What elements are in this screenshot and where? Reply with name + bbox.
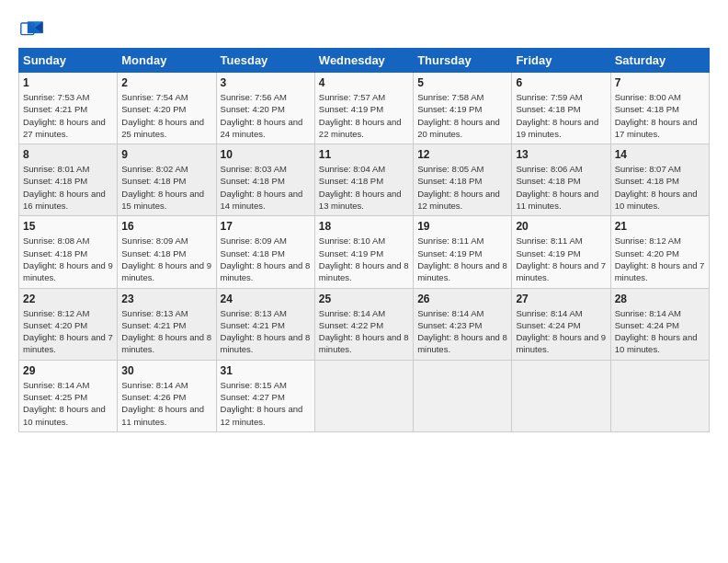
calendar-cell: 11 Sunrise: 8:04 AMSunset: 4:18 PMDaylig… (314, 144, 413, 216)
day-number: 19 (417, 220, 507, 233)
day-number: 11 (319, 148, 409, 161)
day-info: Sunrise: 8:14 AMSunset: 4:24 PMDaylight:… (516, 308, 606, 355)
calendar-cell: 22 Sunrise: 8:12 AMSunset: 4:20 PMDaylig… (19, 288, 118, 360)
day-info: Sunrise: 8:05 AMSunset: 4:18 PMDaylight:… (417, 164, 500, 211)
calendar: SundayMondayTuesdayWednesdayThursdayFrid… (18, 48, 710, 432)
day-info: Sunrise: 8:11 AMSunset: 4:19 PMDaylight:… (417, 236, 507, 282)
calendar-cell (610, 360, 709, 431)
day-info: Sunrise: 8:14 AMSunset: 4:26 PMDaylight:… (121, 380, 204, 427)
day-header-saturday: Saturday (610, 49, 709, 73)
day-header-thursday: Thursday (414, 49, 512, 73)
day-info: Sunrise: 8:14 AMSunset: 4:25 PMDaylight:… (23, 380, 106, 427)
day-number: 10 (221, 148, 311, 161)
day-number: 31 (221, 364, 311, 377)
calendar-cell: 27 Sunrise: 8:14 AMSunset: 4:24 PMDaylig… (512, 288, 610, 360)
day-number: 23 (121, 293, 211, 305)
day-number: 30 (121, 364, 211, 377)
calendar-cell: 18 Sunrise: 8:10 AMSunset: 4:19 PMDaylig… (314, 216, 413, 288)
calendar-cell: 20 Sunrise: 8:11 AMSunset: 4:19 PMDaylig… (512, 216, 610, 288)
day-header-monday: Monday (118, 49, 216, 73)
calendar-cell: 13 Sunrise: 8:06 AMSunset: 4:18 PMDaylig… (512, 144, 610, 216)
calendar-cell: 3 Sunrise: 7:56 AMSunset: 4:20 PMDayligh… (216, 73, 314, 144)
day-number: 24 (221, 293, 311, 305)
day-number: 13 (516, 148, 606, 161)
day-number: 27 (516, 293, 606, 305)
calendar-cell: 8 Sunrise: 8:01 AMSunset: 4:18 PMDayligh… (19, 144, 118, 216)
day-header-sunday: Sunday (19, 49, 118, 73)
calendar-cell: 23 Sunrise: 8:13 AMSunset: 4:21 PMDaylig… (118, 288, 216, 360)
calendar-cell: 1 Sunrise: 7:53 AMSunset: 4:21 PMDayligh… (19, 73, 118, 144)
day-info: Sunrise: 8:01 AMSunset: 4:18 PMDaylight:… (23, 164, 106, 211)
calendar-cell: 30 Sunrise: 8:14 AMSunset: 4:26 PMDaylig… (118, 360, 216, 431)
day-number: 15 (23, 220, 113, 233)
day-number: 12 (417, 148, 507, 161)
day-info: Sunrise: 8:06 AMSunset: 4:18 PMDaylight:… (516, 164, 598, 211)
page: SundayMondayTuesdayWednesdayThursdayFrid… (0, 0, 728, 563)
day-number: 25 (319, 293, 409, 305)
calendar-cell (314, 360, 413, 431)
day-number: 1 (23, 76, 113, 89)
day-info: Sunrise: 7:59 AMSunset: 4:18 PMDaylight:… (516, 92, 598, 139)
day-number: 16 (121, 220, 211, 233)
day-number: 2 (121, 76, 211, 89)
day-info: Sunrise: 8:14 AMSunset: 4:22 PMDaylight:… (319, 308, 409, 355)
day-info: Sunrise: 8:12 AMSunset: 4:20 PMDaylight:… (23, 308, 113, 355)
calendar-cell (414, 360, 512, 431)
day-info: Sunrise: 8:04 AMSunset: 4:18 PMDaylight:… (319, 164, 402, 211)
day-number: 7 (615, 76, 705, 89)
day-number: 4 (319, 76, 409, 89)
day-info: Sunrise: 8:12 AMSunset: 4:20 PMDaylight:… (615, 236, 705, 282)
calendar-cell: 7 Sunrise: 8:00 AMSunset: 4:18 PMDayligh… (610, 73, 709, 144)
day-number: 5 (417, 76, 507, 89)
day-number: 28 (615, 293, 705, 305)
day-number: 29 (23, 364, 113, 377)
day-info: Sunrise: 8:08 AMSunset: 4:18 PMDaylight:… (23, 236, 113, 282)
day-number: 6 (516, 76, 606, 89)
calendar-cell: 15 Sunrise: 8:08 AMSunset: 4:18 PMDaylig… (19, 216, 118, 288)
day-number: 3 (221, 76, 311, 89)
logo (18, 17, 48, 42)
logo-icon (18, 17, 44, 42)
day-number: 18 (319, 220, 409, 233)
day-info: Sunrise: 8:09 AMSunset: 4:18 PMDaylight:… (221, 236, 311, 282)
calendar-cell: 5 Sunrise: 7:58 AMSunset: 4:19 PMDayligh… (414, 73, 512, 144)
day-header-tuesday: Tuesday (216, 49, 314, 73)
header (18, 17, 710, 42)
day-info: Sunrise: 7:57 AMSunset: 4:19 PMDaylight:… (319, 92, 402, 139)
calendar-cell: 9 Sunrise: 8:02 AMSunset: 4:18 PMDayligh… (118, 144, 216, 216)
day-number: 17 (221, 220, 311, 233)
day-info: Sunrise: 8:09 AMSunset: 4:18 PMDaylight:… (121, 236, 211, 282)
calendar-cell: 2 Sunrise: 7:54 AMSunset: 4:20 PMDayligh… (118, 73, 216, 144)
day-info: Sunrise: 8:10 AMSunset: 4:19 PMDaylight:… (319, 236, 409, 282)
day-info: Sunrise: 8:14 AMSunset: 4:24 PMDaylight:… (615, 308, 698, 355)
calendar-cell: 31 Sunrise: 8:15 AMSunset: 4:27 PMDaylig… (216, 360, 314, 431)
day-info: Sunrise: 7:56 AMSunset: 4:20 PMDaylight:… (221, 92, 303, 139)
day-info: Sunrise: 8:11 AMSunset: 4:19 PMDaylight:… (516, 236, 606, 282)
calendar-cell: 14 Sunrise: 8:07 AMSunset: 4:18 PMDaylig… (610, 144, 709, 216)
calendar-cell: 10 Sunrise: 8:03 AMSunset: 4:18 PMDaylig… (216, 144, 314, 216)
day-number: 20 (516, 220, 606, 233)
calendar-cell: 6 Sunrise: 7:59 AMSunset: 4:18 PMDayligh… (512, 73, 610, 144)
day-number: 14 (615, 148, 705, 161)
day-info: Sunrise: 8:13 AMSunset: 4:21 PMDaylight:… (121, 308, 211, 355)
calendar-cell: 28 Sunrise: 8:14 AMSunset: 4:24 PMDaylig… (610, 288, 709, 360)
day-info: Sunrise: 8:15 AMSunset: 4:27 PMDaylight:… (221, 380, 303, 427)
calendar-cell (512, 360, 610, 431)
day-info: Sunrise: 8:03 AMSunset: 4:18 PMDaylight:… (221, 164, 303, 211)
calendar-cell: 12 Sunrise: 8:05 AMSunset: 4:18 PMDaylig… (414, 144, 512, 216)
calendar-cell: 25 Sunrise: 8:14 AMSunset: 4:22 PMDaylig… (314, 288, 413, 360)
day-number: 9 (121, 148, 211, 161)
day-number: 8 (23, 148, 113, 161)
calendar-cell: 29 Sunrise: 8:14 AMSunset: 4:25 PMDaylig… (19, 360, 118, 431)
day-number: 22 (23, 293, 113, 305)
day-info: Sunrise: 7:53 AMSunset: 4:21 PMDaylight:… (23, 92, 106, 139)
day-info: Sunrise: 7:58 AMSunset: 4:19 PMDaylight:… (417, 92, 500, 139)
calendar-cell: 21 Sunrise: 8:12 AMSunset: 4:20 PMDaylig… (610, 216, 709, 288)
calendar-cell: 17 Sunrise: 8:09 AMSunset: 4:18 PMDaylig… (216, 216, 314, 288)
day-info: Sunrise: 8:13 AMSunset: 4:21 PMDaylight:… (221, 308, 311, 355)
day-number: 21 (615, 220, 705, 233)
day-header-friday: Friday (512, 49, 610, 73)
calendar-cell: 26 Sunrise: 8:14 AMSunset: 4:23 PMDaylig… (414, 288, 512, 360)
day-info: Sunrise: 8:02 AMSunset: 4:18 PMDaylight:… (121, 164, 204, 211)
day-header-wednesday: Wednesday (314, 49, 413, 73)
